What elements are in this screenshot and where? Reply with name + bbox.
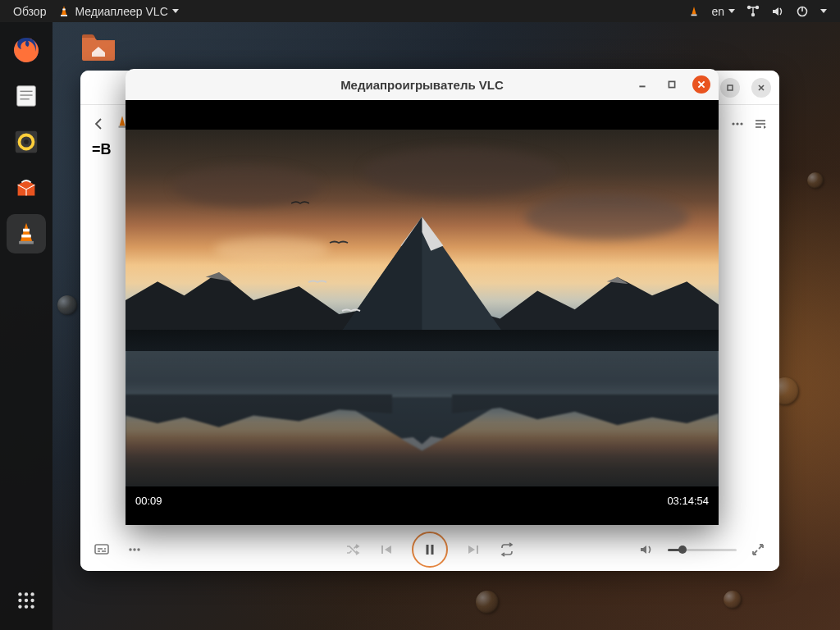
svg-point-17 xyxy=(24,139,29,144)
dock-vlc[interactable] xyxy=(7,214,46,253)
svg-point-24 xyxy=(30,592,34,596)
svg-rect-49 xyxy=(381,546,383,554)
volume-slider[interactable] xyxy=(668,549,737,551)
svg-rect-21 xyxy=(21,235,31,238)
video-area[interactable]: 00:09 03:14:54 xyxy=(126,100,719,525)
svg-point-26 xyxy=(25,599,28,602)
dock xyxy=(0,22,52,630)
svg-rect-11 xyxy=(17,86,36,107)
svg-rect-52 xyxy=(477,546,478,554)
vlc-cone-icon xyxy=(57,5,71,18)
svg-point-35 xyxy=(732,122,734,125)
minimize-button[interactable] xyxy=(633,75,651,94)
vlc-title-label: Медиапроигрыватель VLC xyxy=(340,78,504,92)
loop-button[interactable] xyxy=(499,541,515,558)
power-icon[interactable] xyxy=(796,5,809,18)
svg-rect-4 xyxy=(692,14,697,16)
svg-rect-32 xyxy=(728,85,733,90)
maximize-button[interactable] xyxy=(663,75,681,94)
player-controls-bar xyxy=(80,528,779,571)
svg-point-36 xyxy=(736,122,738,125)
gnome-topbar: Обзор Медиаплеер VLC en xyxy=(0,0,840,22)
svg-point-29 xyxy=(25,605,28,608)
dock-text-editor[interactable] xyxy=(7,76,46,116)
svg-rect-50 xyxy=(427,545,429,555)
desktop-home-folder[interactable] xyxy=(80,30,116,62)
svg-rect-1 xyxy=(61,15,67,16)
lang-label: en xyxy=(711,5,724,18)
tray-vlc-icon[interactable] xyxy=(688,6,700,17)
keyboard-layout-indicator[interactable]: en xyxy=(711,5,735,18)
svg-rect-20 xyxy=(23,229,30,232)
dock-firefox[interactable] xyxy=(7,30,46,70)
svg-point-48 xyxy=(137,548,139,550)
pause-icon xyxy=(423,543,436,556)
play-pause-button[interactable] xyxy=(412,532,448,568)
svg-rect-54 xyxy=(669,81,674,87)
svg-point-25 xyxy=(18,599,21,602)
vlc-window: Медиапроигрыватель VLC xyxy=(126,69,719,525)
svg-marker-33 xyxy=(120,116,126,126)
network-icon[interactable] xyxy=(746,5,760,18)
next-button[interactable] xyxy=(466,542,481,557)
vlc-titlebar[interactable]: Медиапроигрыватель VLC xyxy=(126,69,719,100)
volume-icon[interactable] xyxy=(771,5,784,18)
chevron-down-icon xyxy=(172,9,179,13)
dock-rhythmbox[interactable] xyxy=(7,122,46,162)
svg-point-46 xyxy=(129,548,131,550)
time-total[interactable]: 03:14:54 xyxy=(667,495,709,507)
svg-point-23 xyxy=(25,592,28,596)
svg-point-37 xyxy=(740,122,742,125)
svg-point-22 xyxy=(18,592,21,596)
chevron-down-icon xyxy=(728,9,735,13)
close-button[interactable] xyxy=(692,75,710,94)
svg-point-47 xyxy=(133,548,135,550)
fullscreen-button[interactable] xyxy=(750,541,766,558)
svg-rect-19 xyxy=(19,241,34,244)
system-menu-chevron[interactable] xyxy=(820,9,827,13)
shuffle-button[interactable] xyxy=(345,541,361,558)
svg-rect-2 xyxy=(63,8,66,10)
dock-show-apps[interactable] xyxy=(7,581,46,620)
svg-rect-51 xyxy=(431,545,434,555)
more-icon[interactable] xyxy=(730,116,745,131)
chevron-down-icon xyxy=(820,9,827,13)
app-menu-label: Медиаплеер VLC xyxy=(75,5,167,18)
svg-marker-18 xyxy=(21,223,32,241)
svg-point-28 xyxy=(18,605,21,608)
activities-button[interactable]: Обзор xyxy=(13,5,46,18)
activities-label: Обзор xyxy=(13,5,46,18)
app-menu[interactable]: Медиаплеер VLC xyxy=(57,5,178,18)
time-elapsed[interactable]: 00:09 xyxy=(135,495,162,507)
svg-point-30 xyxy=(30,605,34,608)
maximize-button[interactable] xyxy=(720,78,740,98)
back-icon[interactable] xyxy=(92,116,107,131)
svg-marker-3 xyxy=(692,6,696,14)
more-options-icon[interactable] xyxy=(126,541,143,558)
close-button[interactable] xyxy=(751,78,771,98)
dock-software[interactable] xyxy=(7,168,46,208)
previous-button[interactable] xyxy=(379,542,394,557)
subtitles-icon[interactable] xyxy=(94,541,110,558)
svg-point-27 xyxy=(30,599,34,602)
volume-button[interactable] xyxy=(638,541,655,558)
playlist-icon[interactable] xyxy=(753,116,768,131)
